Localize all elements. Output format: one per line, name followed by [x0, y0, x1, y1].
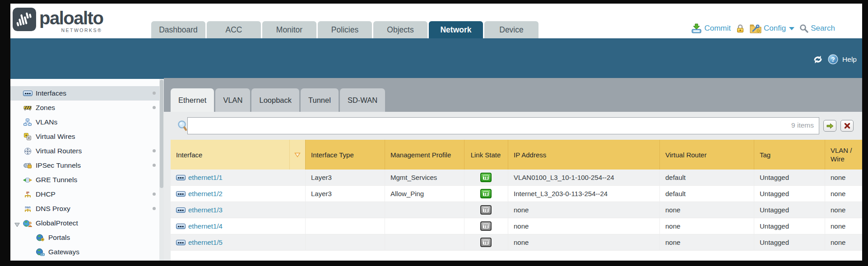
col-header-link-state[interactable]: Link State: [464, 140, 508, 170]
globalprotect-icon: [23, 220, 32, 227]
sidebar-item-vlans[interactable]: VLANs: [10, 115, 159, 129]
col-header-ip-address[interactable]: IP Address: [508, 140, 659, 170]
app-window: paloalto NETWORKS® Dashboard ACC Monitor…: [10, 4, 862, 261]
subtab-loopback[interactable]: Loopback: [251, 88, 299, 112]
table-row: ethernet1/5 none none Untagged none: [171, 234, 862, 251]
clear-filter-button[interactable]: [840, 120, 854, 132]
gre-tunnels-icon: [23, 177, 32, 183]
interface-link[interactable]: ethernet1/4: [188, 222, 223, 230]
interface-tabstrip: Ethernet VLAN Loopback Tunnel SD-WAN: [164, 78, 862, 112]
change-dot: [153, 92, 156, 95]
portals-icon: [35, 234, 45, 242]
tab-device[interactable]: Device: [484, 21, 538, 38]
commit-icon: [691, 23, 702, 33]
virtual-routers-icon: [23, 147, 32, 155]
interface-link[interactable]: ethernet1/5: [188, 238, 223, 246]
zones-icon: [23, 105, 32, 111]
sidebar-item-globalprotect[interactable]: GlobalProtect: [10, 216, 159, 230]
teal-banner: [10, 38, 862, 79]
sort-icon: [294, 152, 301, 157]
svg-text:?: ?: [831, 56, 835, 63]
brand-sub-wordmark: NETWORKS®: [61, 28, 102, 33]
filter-toolbar: 9 items: [164, 112, 862, 140]
sidebar-item-ipsec-tunnels[interactable]: IPSec Tunnels: [10, 158, 159, 173]
help-row: ? Help: [812, 54, 857, 64]
table-row: ethernet1/2 Layer3 Allow_Ping Internet_L…: [171, 186, 862, 202]
change-dot: [153, 193, 156, 196]
link-state-icon: [480, 221, 492, 231]
interface-link[interactable]: ethernet1/3: [188, 206, 223, 214]
header-utilities: Commit Config: [691, 23, 835, 33]
sidebar-scrollbar[interactable]: [159, 79, 164, 261]
col-header-management-profile[interactable]: Management Profile: [385, 140, 464, 170]
interface-link[interactable]: ethernet1/1: [188, 174, 223, 181]
tab-policies[interactable]: Policies: [318, 21, 372, 38]
sidebar-item-gateways[interactable]: Gateways: [10, 245, 159, 259]
ipsec-tunnels-icon: [23, 162, 32, 169]
col-header-tag[interactable]: Tag: [754, 140, 825, 170]
sort-dropdown[interactable]: [289, 140, 305, 170]
interface-link[interactable]: ethernet1/2: [188, 190, 223, 197]
config-icon: [750, 23, 761, 33]
config-menu-button[interactable]: Config: [750, 23, 794, 33]
search-button[interactable]: Search: [799, 24, 835, 33]
apply-filter-icon: [826, 123, 834, 129]
sidebar-item-portals[interactable]: Portals: [10, 230, 159, 245]
link-state-icon: [480, 189, 492, 198]
sidebar-item-interfaces[interactable]: Interfaces: [10, 86, 159, 101]
subtab-ethernet[interactable]: Ethernet: [171, 88, 214, 112]
screenshot-frame: paloalto NETWORKS® Dashboard ACC Monitor…: [0, 0, 868, 266]
table-row: ethernet1/1 Layer3 Mgmt_Services VLAN010…: [171, 170, 862, 186]
dns-proxy-icon: DNS: [23, 205, 32, 213]
change-dot: [153, 164, 156, 167]
link-state-icon: [480, 238, 492, 247]
subtab-sdwan[interactable]: SD-WAN: [340, 88, 385, 112]
network-sidebar: Interfaces Zones: [10, 79, 164, 261]
sidebar-scrollbar-thumb[interactable]: [160, 80, 163, 188]
table-header-row: Interface Interface Type Management Prof…: [171, 140, 862, 170]
sidebar-item-virtual-routers[interactable]: Virtual Routers: [10, 144, 159, 158]
tab-monitor[interactable]: Monitor: [262, 21, 316, 38]
sidebar-item-zones[interactable]: Zones: [10, 101, 159, 115]
sidebar-item-dns-proxy[interactable]: DNS DNS Proxy: [10, 202, 159, 216]
filter-input[interactable]: [187, 117, 819, 134]
link-state-icon: [480, 173, 492, 182]
paloalto-logo: paloalto NETWORKS®: [13, 8, 103, 31]
tab-acc[interactable]: ACC: [207, 21, 261, 38]
tab-network[interactable]: Network: [429, 21, 483, 38]
table-row: ethernet1/4 none none Untagged none: [171, 218, 862, 234]
brand-wordmark: paloalto: [39, 8, 103, 28]
change-dot: [153, 207, 156, 210]
col-header-interface[interactable]: Interface: [171, 140, 305, 170]
commit-button[interactable]: Commit: [691, 23, 731, 33]
col-header-vlan-wire[interactable]: VLAN / Wire: [825, 140, 862, 170]
dhcp-icon: IP: [23, 191, 32, 198]
tab-dashboard[interactable]: Dashboard: [151, 21, 205, 38]
tab-objects[interactable]: Objects: [373, 21, 427, 38]
top-header: paloalto NETWORKS® Dashboard ACC Monitor…: [10, 4, 862, 38]
vlans-icon: [23, 119, 32, 126]
lock-icon[interactable]: [736, 24, 745, 33]
apply-filter-button[interactable]: [823, 120, 836, 132]
items-count: 9 items: [791, 121, 814, 129]
collapse-triangle-icon[interactable]: [14, 221, 20, 229]
help-label[interactable]: Help: [842, 55, 857, 64]
change-dot: [153, 149, 156, 152]
ethernet-panel: 9 items Interface: [164, 112, 862, 261]
svg-text:DNS: DNS: [25, 206, 31, 208]
sidebar-item-dhcp[interactable]: IP DHCP: [10, 187, 159, 202]
interfaces-icon: [23, 91, 32, 96]
col-header-virtual-router[interactable]: Virtual Router: [659, 140, 754, 170]
refresh-icon[interactable]: [812, 55, 824, 64]
sidebar-item-virtual-wires[interactable]: Virtual Wires: [10, 129, 159, 144]
main-nav-tabs: Dashboard ACC Monitor Policies Objects N…: [151, 21, 538, 38]
interfaces-table: Interface Interface Type Management Prof…: [171, 140, 862, 261]
col-header-interface-type[interactable]: Interface Type: [305, 140, 385, 170]
sidebar-item-gre-tunnels[interactable]: GRE Tunnels: [10, 173, 159, 187]
help-icon[interactable]: ?: [828, 54, 838, 64]
subtab-vlan[interactable]: VLAN: [215, 88, 250, 112]
filter-search-icon: [177, 120, 188, 133]
subtab-tunnel[interactable]: Tunnel: [301, 88, 339, 112]
interface-icon: [176, 175, 186, 180]
change-dot: [153, 106, 156, 109]
